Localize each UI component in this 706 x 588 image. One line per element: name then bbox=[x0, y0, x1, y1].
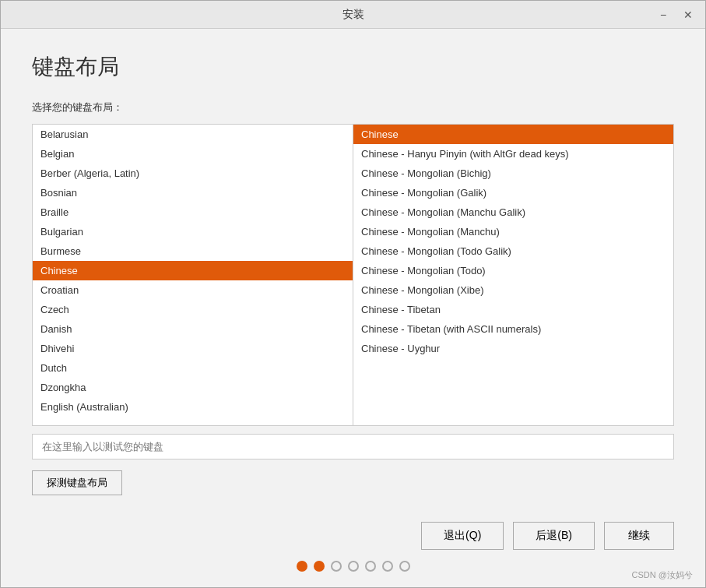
list-item[interactable]: Chinese bbox=[353, 125, 673, 144]
list-item[interactable]: Danish bbox=[33, 319, 353, 339]
title-bar: 安装 − ✕ bbox=[1, 1, 705, 29]
subtitle: 选择您的键盘布局： bbox=[32, 100, 674, 114]
list-item[interactable]: Chinese - Hanyu Pinyin (with AltGr dead … bbox=[353, 144, 673, 164]
list-item[interactable]: Chinese - Uyghur bbox=[353, 339, 673, 358]
list-item[interactable]: Chinese - Mongolian (Todo Galik) bbox=[353, 241, 673, 261]
list-item[interactable]: Braille bbox=[33, 202, 353, 222]
list-item[interactable]: Dzongkha bbox=[33, 378, 353, 397]
window: 安装 − ✕ 键盘布局 选择您的键盘布局： BelarusianBelgianB… bbox=[0, 0, 706, 588]
list-item[interactable]: Burmese bbox=[33, 241, 353, 261]
list-item[interactable]: Chinese - Tibetan (with ASCII numerals) bbox=[353, 319, 673, 339]
quit-button[interactable]: 退出(Q) bbox=[421, 522, 504, 550]
footer: 退出(Q) 后退(B) 继续 bbox=[1, 511, 705, 587]
watermark: CSDN @汝妈兮 bbox=[632, 569, 693, 581]
list-item[interactable]: Chinese - Mongolian (Xibe) bbox=[353, 280, 673, 300]
title-bar-controls: − ✕ bbox=[652, 1, 699, 28]
page-title: 键盘布局 bbox=[32, 52, 674, 82]
content-area: 键盘布局 选择您的键盘布局： BelarusianBelgianBerber (… bbox=[1, 29, 705, 511]
detect-keyboard-button[interactable]: 探测键盘布局 bbox=[32, 470, 122, 495]
list-item[interactable]: Dutch bbox=[33, 358, 353, 378]
list-item[interactable]: Belgian bbox=[33, 144, 353, 164]
list-item[interactable]: Chinese - Mongolian (Manchu) bbox=[353, 222, 673, 241]
list-item[interactable]: Dhivehi bbox=[33, 339, 353, 358]
right-list[interactable]: ChineseChinese - Hanyu Pinyin (with AltG… bbox=[353, 124, 674, 426]
pagination-dot-5 bbox=[365, 561, 376, 572]
list-item[interactable]: Chinese - Mongolian (Manchu Galik) bbox=[353, 202, 673, 222]
pagination bbox=[32, 561, 674, 578]
continue-button[interactable]: 继续 bbox=[604, 522, 674, 550]
list-item[interactable]: Belarusian bbox=[33, 125, 353, 144]
pagination-dot-1 bbox=[297, 561, 307, 572]
list-item[interactable]: Bulgarian bbox=[33, 222, 353, 241]
minimize-button[interactable]: − bbox=[652, 4, 674, 26]
pagination-dot-7 bbox=[399, 561, 410, 572]
list-item[interactable]: Chinese bbox=[33, 261, 353, 280]
pagination-dot-2 bbox=[314, 561, 325, 572]
list-item[interactable]: Chinese - Mongolian (Bichig) bbox=[353, 164, 673, 183]
footer-buttons: 退出(Q) 后退(B) 继续 bbox=[32, 522, 674, 550]
window-title: 安装 bbox=[342, 8, 364, 22]
list-item[interactable]: Czech bbox=[33, 300, 353, 319]
list-item[interactable]: Bosnian bbox=[33, 183, 353, 202]
list-item[interactable]: Chinese - Mongolian (Todo) bbox=[353, 261, 673, 280]
close-button[interactable]: ✕ bbox=[677, 4, 699, 26]
list-item[interactable]: English (Australian) bbox=[33, 397, 353, 417]
list-item[interactable]: Berber (Algeria, Latin) bbox=[33, 164, 353, 183]
list-item[interactable]: Croatian bbox=[33, 280, 353, 300]
lists-container: BelarusianBelgianBerber (Algeria, Latin)… bbox=[32, 124, 674, 426]
pagination-dot-4 bbox=[348, 561, 359, 572]
pagination-dot-6 bbox=[382, 561, 393, 572]
back-button[interactable]: 后退(B) bbox=[513, 522, 595, 550]
pagination-dot-3 bbox=[331, 561, 342, 572]
keyboard-test-input[interactable] bbox=[32, 434, 674, 459]
list-item[interactable]: Chinese - Mongolian (Galik) bbox=[353, 183, 673, 202]
left-list[interactable]: BelarusianBelgianBerber (Algeria, Latin)… bbox=[32, 124, 353, 426]
list-item[interactable]: Chinese - Tibetan bbox=[353, 300, 673, 319]
